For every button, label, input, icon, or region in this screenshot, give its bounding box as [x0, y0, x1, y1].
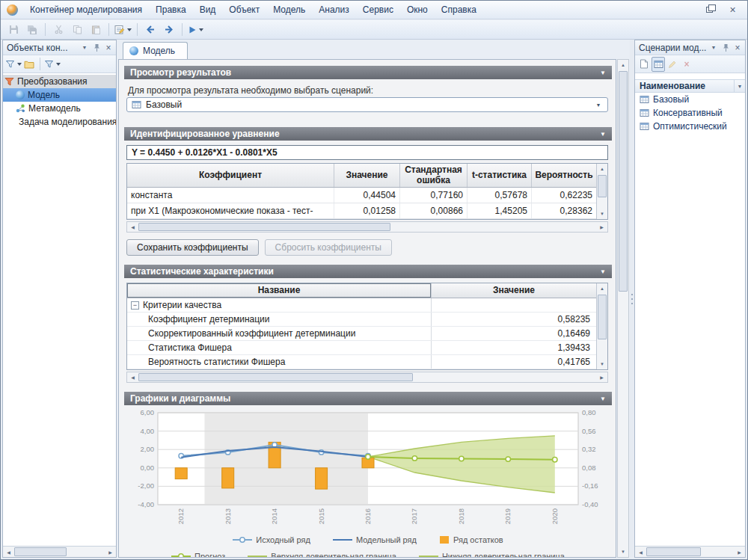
view-options-button[interactable]	[44, 57, 61, 72]
properties-button[interactable]	[113, 22, 133, 38]
scrollbar-thumb[interactable]	[14, 547, 67, 556]
section-equation-header[interactable]: Идентифицированное уравнение ▼	[124, 127, 612, 141]
close-panel-button[interactable]: ×	[102, 42, 114, 53]
scroll-left-icon[interactable]: ◀	[127, 222, 138, 233]
menu-container[interactable]: Контейнер моделирования	[23, 2, 149, 17]
menu-help[interactable]: Справка	[435, 2, 483, 17]
col-header[interactable]: Вероятность	[532, 164, 596, 187]
menu-edit[interactable]: Правка	[149, 2, 193, 17]
menu-object[interactable]: Объект	[222, 2, 266, 17]
menu-view[interactable]: Вид	[193, 2, 223, 17]
back-button[interactable]	[141, 22, 159, 38]
scroll-up-icon[interactable]: ▲	[597, 283, 607, 294]
table-row[interactable]: при X1 (Макроэкономические показа - тест…	[127, 203, 596, 219]
scroll-up-icon[interactable]: ▲	[618, 60, 628, 70]
table-row[interactable]: Вероятность статистики Фишера 0,41765	[127, 355, 596, 369]
menu-analysis[interactable]: Анализ	[312, 2, 356, 17]
equation-field[interactable]: Y = 0.4450 + 0.0126*X1 - 0.0801*X5	[126, 145, 608, 160]
scrollbar-thumb[interactable]	[138, 223, 390, 231]
tree-item-transformations[interactable]: Преобразования	[3, 75, 116, 88]
combo-dropdown-icon[interactable]: ▼	[592, 98, 604, 111]
scroll-right-icon[interactable]: ▶	[105, 547, 116, 557]
scroll-right-icon[interactable]: ▶	[734, 547, 745, 557]
right-panel-hscrollbar[interactable]: ◀ ▶	[635, 546, 745, 557]
col-header[interactable]: Стандартная ошибка	[400, 164, 468, 187]
panel-menu-button[interactable]: ▼	[708, 42, 720, 53]
coefficients-hscrollbar[interactable]: ◀ ▶	[126, 221, 608, 233]
reset-coefficients-button[interactable]: Сбросить коэффициенты	[265, 239, 392, 256]
table-group-row[interactable]: −Критерии качества	[127, 298, 596, 313]
scroll-right-icon[interactable]: ▶	[596, 372, 607, 383]
save-all-button[interactable]	[23, 22, 41, 38]
left-panel-hscrollbar[interactable]: ◀ ▶	[3, 546, 116, 557]
list-filter-icon[interactable]: ▼	[734, 80, 745, 92]
legend-item[interactable]: Верхняя доверительная граница	[248, 552, 396, 558]
save-coefficients-button[interactable]: Сохранить коэффициенты	[126, 239, 259, 256]
section-results-header[interactable]: Просмотр результатов ▼	[124, 66, 612, 79]
list-item-optimistic-scenario[interactable]: Оптимистический	[635, 120, 745, 133]
legend-item[interactable]: Модельный ряд	[333, 535, 417, 544]
restore-window-button[interactable]	[699, 3, 720, 16]
run-calculation-button[interactable]	[186, 22, 205, 38]
scroll-left-icon[interactable]: ◀	[3, 547, 14, 557]
col-header[interactable]: Название	[127, 283, 432, 298]
col-header[interactable]: t-статистика	[468, 164, 532, 187]
legend-item[interactable]: Исходный ряд	[233, 535, 310, 544]
scrollbar-thumb[interactable]	[598, 175, 607, 197]
open-folder-button[interactable]	[22, 57, 36, 72]
scroll-down-icon[interactable]: ▼	[618, 547, 628, 557]
scroll-up-icon[interactable]: ▲	[597, 164, 607, 174]
section-charts-header[interactable]: Графики и диаграммы ▼	[124, 392, 612, 405]
menu-window[interactable]: Окно	[400, 2, 435, 17]
forward-button[interactable]	[160, 22, 178, 38]
col-header[interactable]: Коэффициент	[127, 164, 334, 187]
table-vscrollbar[interactable]: ▲ ▼	[596, 164, 607, 219]
panel-menu-button[interactable]: ▼	[79, 42, 91, 53]
tree-item-model[interactable]: Модель	[3, 88, 116, 102]
paste-button[interactable]	[87, 22, 105, 38]
scroll-down-icon[interactable]: ▼	[597, 359, 607, 369]
scroll-down-icon[interactable]: ▼	[597, 209, 607, 219]
scrollbar-thumb[interactable]	[646, 547, 701, 556]
pin-panel-button[interactable]	[91, 42, 102, 53]
scrollbar-thumb[interactable]	[598, 295, 607, 339]
close-window-button[interactable]: ×	[723, 3, 743, 16]
section-stats-header[interactable]: Статистические характеристики ▼	[124, 265, 612, 278]
table-vscrollbar[interactable]: ▲ ▼	[596, 283, 607, 369]
list-item-conservative-scenario[interactable]: Консервативный	[635, 106, 745, 120]
delete-scenario-button[interactable]: ×	[680, 57, 693, 72]
table-row[interactable]: Скорректированный коэффициент детерминац…	[127, 327, 596, 341]
filter-objects-button[interactable]	[5, 57, 22, 72]
menu-model[interactable]: Модель	[266, 2, 312, 17]
legend-item[interactable]: Нижняя доверительная граница	[419, 552, 565, 558]
table-row[interactable]: константа 0,44504 0,77160 0,57678 0,6223…	[127, 188, 596, 203]
collapse-group-icon[interactable]: −	[131, 301, 139, 310]
scroll-left-icon[interactable]: ◀	[127, 372, 138, 383]
scroll-left-icon[interactable]: ◀	[635, 547, 646, 557]
list-item-base-scenario[interactable]: Базовый	[635, 93, 745, 106]
scroll-right-icon[interactable]: ▶	[596, 222, 607, 233]
tree-item-modeling-task[interactable]: Задача моделирования	[3, 115, 116, 129]
col-header[interactable]: Значение	[334, 164, 400, 187]
scenario-list-header[interactable]: Наименование ▼	[635, 79, 745, 93]
col-header[interactable]: Значение	[432, 283, 596, 298]
legend-item[interactable]: Ряд остатков	[439, 535, 503, 544]
save-button[interactable]	[4, 22, 22, 38]
legend-item[interactable]: Прогноз	[171, 552, 225, 558]
menu-service[interactable]: Сервис	[356, 2, 400, 17]
scenario-combobox[interactable]: Базовый ▼	[126, 97, 608, 112]
table-row[interactable]: Статистика Фишера 1,39433	[127, 341, 596, 355]
tab-model[interactable]: Модель	[123, 42, 188, 59]
pin-panel-button[interactable]	[720, 42, 732, 53]
copy-button[interactable]	[68, 22, 86, 38]
open-scenario-button[interactable]	[652, 57, 665, 72]
scrollbar-thumb[interactable]	[138, 373, 413, 381]
edit-scenario-button[interactable]	[666, 57, 679, 72]
scrollbar-thumb[interactable]	[619, 71, 628, 292]
cut-button[interactable]	[49, 22, 67, 38]
table-row[interactable]: Коэффициент детерминации 0,58235	[127, 313, 596, 327]
main-vscrollbar[interactable]: ▲ ▼	[617, 59, 629, 558]
close-panel-button[interactable]: ×	[732, 42, 744, 53]
statistics-hscrollbar[interactable]: ◀ ▶	[126, 372, 608, 383]
create-scenario-button[interactable]	[637, 57, 651, 72]
